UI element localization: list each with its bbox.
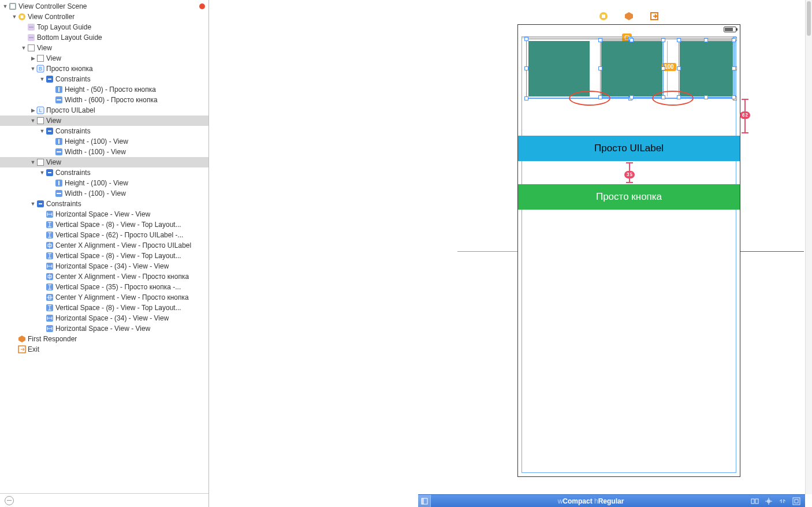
filter-icon[interactable] — [5, 496, 14, 505]
outline-row-c2w[interactable]: Width - (100) - View — [0, 147, 208, 157]
hconstraint-icon — [54, 85, 64, 94]
svg-rect-9 — [38, 55, 44, 62]
selection-box3 — [679, 40, 734, 98]
outline-row-cc9[interactable]: Center Y Alignment - View - Просто кнопк… — [0, 292, 208, 303]
vspace-icon — [45, 221, 54, 229]
constraint-ibeam-35 — [629, 162, 630, 183]
outline-row-cc4[interactable]: Center X Alignment - View - Просто UILab… — [0, 240, 208, 251]
outline-row-cc5[interactable]: Vertical Space - (8) - View - Top Layout… — [0, 251, 208, 261]
outline-row-btn[interactable]: ▼BПросто кнопка — [0, 64, 208, 74]
outline-row-cc8[interactable]: Vertical Space - (35) - Просто кнопка -.… — [0, 282, 208, 292]
outline-row-label: Horizontal Space - (34) - View - View — [55, 314, 169, 322]
outline-row-label: Constraints — [55, 169, 91, 177]
disclosure-icon[interactable]: ▶ — [30, 107, 36, 113]
outline-row-view3[interactable]: ▼View — [0, 157, 208, 167]
disclosure-icon[interactable]: ▶ — [30, 55, 36, 61]
vspace-icon — [45, 252, 54, 260]
outline-row-scene[interactable]: ▼View Controller Scene — [0, 1, 208, 12]
disclosure-icon[interactable]: ▼ — [39, 170, 45, 176]
constraint-ibeam-62 — [744, 99, 746, 133]
resize-icon[interactable] — [792, 497, 800, 505]
outline-row-label: Width - (600) - Просто кнопка — [65, 96, 158, 104]
outline-row-label: First Responder — [28, 335, 77, 343]
outline-row-c0[interactable]: ▼Constraints — [0, 199, 208, 209]
outline-row-cc3[interactable]: Vertical Space - (62) - Просто UILabel -… — [0, 230, 208, 240]
wconstraint-icon — [54, 189, 64, 197]
outline-row-cc2[interactable]: Vertical Space - (8) - View - Top Layout… — [0, 219, 208, 230]
vc-icon — [17, 13, 27, 21]
outline-row-cc12[interactable]: Horizontal Space - View - View — [0, 323, 208, 334]
outline-row-cc11[interactable]: Horizontal Space - (34) - View - View — [0, 313, 208, 323]
disclosure-icon[interactable]: ▼ — [30, 201, 36, 207]
constraints-icon — [45, 169, 54, 177]
outline-row-c1w[interactable]: Width - (600) - Просто кнопка — [0, 95, 208, 105]
outline-row-label: View — [46, 54, 61, 62]
h-value: Regular — [598, 497, 624, 505]
wconstraint-icon — [54, 148, 64, 156]
constraints-icon — [36, 200, 45, 208]
pin-icon[interactable] — [765, 497, 773, 505]
first-responder-icon[interactable] — [624, 12, 634, 21]
outline-row-cc1[interactable]: Horizontal Space - View - View — [0, 209, 208, 219]
disclosure-icon[interactable]: ▼ — [30, 118, 36, 124]
outline-row-cc10[interactable]: Vertical Space - (8) - View - Top Layout… — [0, 303, 208, 313]
disclosure-icon[interactable]: ▼ — [39, 128, 45, 134]
outline-row-c1h[interactable]: Height - (50) - Просто кнопка — [0, 84, 208, 95]
outline-row-label: Vertical Space - (8) - View - Top Layout… — [55, 252, 181, 260]
outline-row-view2[interactable]: ▼View — [0, 115, 208, 126]
canvas-toggle-button[interactable] — [418, 495, 431, 508]
outline-row-label: View Controller — [28, 13, 75, 21]
initial-vc-arrow — [457, 245, 526, 259]
disclosure-icon[interactable]: ▼ — [30, 159, 36, 165]
outline-row-vc[interactable]: ▼View Controller — [0, 12, 208, 22]
outline-row-c1[interactable]: ▼Constraints — [0, 74, 208, 84]
view-icon — [27, 44, 36, 52]
disclosure-icon[interactable]: ▼ — [39, 76, 45, 82]
size-class-control[interactable]: wCompact hRegular — [431, 497, 751, 505]
phone-frame: ▢ 100 — [517, 24, 740, 477]
disclosure-icon[interactable]: ▼ — [12, 14, 17, 20]
outline-row-ex[interactable]: Exit — [0, 344, 208, 355]
outline-row-c2[interactable]: ▼Constraints — [0, 126, 208, 136]
outline-row-label: Center Y Alignment - View - Просто кнопк… — [55, 293, 189, 301]
selection-box2 — [600, 40, 664, 98]
outline-row-label: View — [37, 44, 52, 52]
outline-row-lbl[interactable]: ▶LПросто UILabel — [0, 105, 208, 115]
exit-icon[interactable] — [650, 12, 659, 21]
view-icon — [36, 158, 45, 166]
annotation-oval-1 — [569, 91, 610, 106]
wconstraint-icon — [54, 96, 64, 104]
outline-row-c3[interactable]: ▼Constraints — [0, 167, 208, 178]
uibutton[interactable]: Просто кнопка — [518, 184, 740, 210]
error-indicator-icon[interactable] — [199, 3, 205, 9]
svg-text:B: B — [39, 66, 42, 72]
outline-row-cc7[interactable]: Center X Alignment - View - Просто кнопк… — [0, 271, 208, 282]
ib-canvas[interactable]: 0 — [209, 0, 812, 507]
scrollbar-thumb[interactable] — [807, 1, 811, 36]
scene-device: ▢ 100 — [517, 5, 740, 477]
outline-row-label: View Controller Scene — [18, 2, 87, 10]
outline-row-blg[interactable]: Bottom Layout Guide — [0, 32, 208, 43]
outline-row-fr[interactable]: First Responder — [0, 334, 208, 344]
outline-row-c3w[interactable]: Width - (100) - View — [0, 188, 208, 199]
outline-row-label: Vertical Space - (8) - View - Top Layout… — [55, 304, 181, 312]
w-prefix: w — [558, 497, 563, 505]
outline-list[interactable]: ▼View Controller Scene▼View ControllerTo… — [0, 0, 208, 493]
outline-row-label: View — [46, 158, 61, 166]
outline-row-c2h[interactable]: Height - (100) - View — [0, 136, 208, 147]
svg-rect-84 — [602, 14, 605, 18]
outline-row-c3h[interactable]: Height - (100) - View — [0, 178, 208, 188]
outline-row-cc6[interactable]: Horizontal Space - (34) - View - View — [0, 261, 208, 271]
align-icon[interactable] — [751, 497, 759, 505]
resolve-icon[interactable] — [779, 497, 787, 505]
outline-row-view0[interactable]: ▼View — [0, 43, 208, 53]
vertical-scrollbar[interactable] — [805, 0, 812, 494]
outline-row-view1[interactable]: ▶View — [0, 53, 208, 64]
w-value: Compact — [563, 497, 592, 505]
disclosure-icon[interactable]: ▼ — [2, 3, 8, 9]
outline-row-tlg[interactable]: Top Layout Guide — [0, 22, 208, 32]
disclosure-icon[interactable]: ▼ — [30, 66, 36, 72]
vc-icon[interactable] — [599, 12, 608, 21]
disclosure-icon[interactable]: ▼ — [21, 45, 27, 51]
uilabel[interactable]: Просто UILabel — [518, 136, 740, 161]
